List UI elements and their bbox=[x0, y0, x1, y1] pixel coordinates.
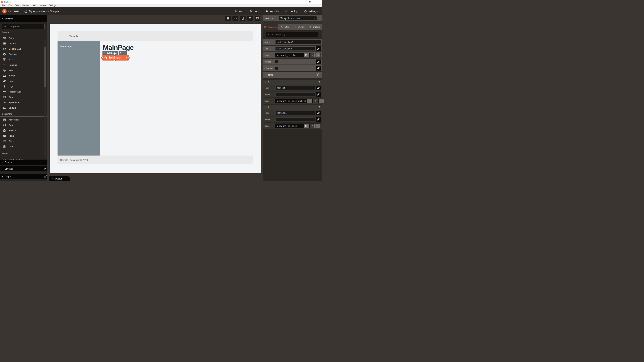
device-tablet-portrait-icon[interactable] bbox=[240, 16, 246, 21]
chevron-down-icon[interactable] bbox=[314, 18, 316, 19]
resize-handle-right[interactable] bbox=[128, 57, 130, 58]
add-layouts-icon[interactable] bbox=[44, 167, 47, 170]
resize-handle-left[interactable] bbox=[101, 57, 103, 58]
toolbox-item-google-map[interactable]: Google Map bbox=[0, 46, 47, 51]
prop-value-input[interactable]: Wallet bbox=[276, 86, 315, 90]
toolbox-item-upload[interactable]: Upload bbox=[0, 105, 47, 110]
toolbox-item-gravatar[interactable]: Gravatar bbox=[0, 51, 47, 57]
bind-property-button[interactable] bbox=[316, 59, 321, 64]
prop-value-input[interactable]: 2 bbox=[276, 117, 315, 121]
sidebar-item-mainpage[interactable]: MainPage bbox=[58, 41, 100, 51]
drag-handle[interactable]: SplitButton bbox=[102, 51, 118, 55]
minimize-button[interactable] bbox=[300, 0, 305, 4]
restore-button[interactable] bbox=[307, 0, 312, 4]
more-options-button[interactable]: ••• bbox=[319, 99, 322, 103]
clear-icon-button[interactable]: × bbox=[310, 124, 314, 128]
move-item-down-icon[interactable] bbox=[314, 81, 316, 83]
bind-property-button[interactable] bbox=[316, 66, 321, 70]
toolbox-item-html[interactable]: 5HTML bbox=[0, 57, 47, 62]
bind-property-button[interactable] bbox=[316, 92, 321, 97]
header-action-deploy[interactable]: deploy bbox=[286, 10, 298, 13]
delete-component-button[interactable] bbox=[118, 51, 123, 55]
move-item-down-icon[interactable] bbox=[314, 106, 316, 108]
header-action-security[interactable]: security bbox=[266, 10, 279, 13]
prop-checkbox[interactable]: ✓ bbox=[276, 60, 278, 63]
panel-layouts[interactable]: ▸Layouts bbox=[0, 166, 47, 171]
pick-icon-button[interactable] bbox=[304, 124, 309, 128]
close-icon[interactable] bbox=[314, 0, 320, 4]
menu-item-edit[interactable]: Edit bbox=[7, 4, 14, 7]
panel-pages[interactable]: ▸Pages bbox=[0, 174, 47, 179]
prop-value-input[interactable]: SplitButton bbox=[276, 47, 315, 51]
toolbox-item-button[interactable]: btnButton bbox=[0, 35, 47, 41]
device-phone-icon[interactable] bbox=[225, 16, 231, 21]
menu-item-build[interactable]: Build bbox=[14, 4, 21, 7]
toolbox-item-heading[interactable]: <H/>Heading bbox=[0, 62, 47, 67]
item-0-header[interactable]: ▾0 bbox=[263, 80, 322, 85]
toolbox-item-splitbutton[interactable]: btnSplitButton bbox=[0, 100, 47, 105]
item-1-header[interactable]: ▾1 bbox=[263, 105, 322, 110]
bind-property-button[interactable] bbox=[316, 111, 321, 115]
toolbox-item-image[interactable]: Image bbox=[0, 73, 47, 78]
toolbox-item-panel[interactable]: Panel bbox=[0, 133, 47, 138]
bind-property-button[interactable] bbox=[316, 46, 321, 51]
header-action-run[interactable]: run bbox=[235, 10, 243, 13]
toolbox-item-progressbar[interactable]: ProgressBar bbox=[0, 89, 47, 94]
toolbox-item-row[interactable]: Row bbox=[0, 94, 47, 100]
toolbox-item-tabs[interactable]: Tabs bbox=[0, 144, 47, 149]
device-laptop-icon[interactable] bbox=[247, 16, 253, 21]
prop-value-input[interactable]: Balance bbox=[276, 111, 315, 115]
tab-outline[interactable]: Outline bbox=[307, 24, 322, 30]
breadcrumb[interactable]: My Applications / Sample bbox=[24, 10, 59, 13]
prop-value-input[interactable]: splitbutton0 bbox=[276, 40, 321, 44]
items-section-header[interactable]: ▾ Items bbox=[263, 72, 322, 78]
pick-icon-button[interactable] bbox=[304, 53, 309, 57]
delete-item-icon[interactable] bbox=[318, 106, 320, 108]
header-action-settings[interactable]: settings bbox=[304, 10, 318, 13]
menu-item-file[interactable]: File bbox=[1, 4, 7, 7]
bind-property-button[interactable] bbox=[316, 86, 321, 90]
toolbox-item-steps[interactable]: Steps bbox=[0, 138, 47, 144]
bind-property-button[interactable] bbox=[316, 117, 321, 122]
expand-component-button[interactable] bbox=[123, 51, 127, 55]
hamburger-icon[interactable] bbox=[61, 35, 64, 37]
toolbox-item-card[interactable]: Card bbox=[0, 122, 47, 128]
splitbutton[interactable]: SplitButton ▼ bbox=[102, 55, 129, 60]
menu-item-deploy[interactable]: Deploy bbox=[21, 4, 30, 7]
splitbutton-main[interactable]: SplitButton bbox=[102, 56, 123, 59]
resize-handle-top[interactable] bbox=[114, 54, 116, 56]
prop-value-input[interactable]: 1 bbox=[276, 92, 315, 96]
add-pages-icon[interactable] bbox=[44, 175, 47, 178]
toolbox-item-accordion[interactable]: Accordion bbox=[0, 117, 47, 122]
menu-item-settings[interactable]: Settings bbox=[47, 4, 58, 7]
resize-handle-bottom[interactable] bbox=[114, 60, 116, 61]
prop-value-input[interactable]: account_balance bbox=[277, 125, 303, 127]
toolbox-item-link[interactable]: Link bbox=[0, 78, 47, 84]
delete-item-icon[interactable] bbox=[318, 81, 320, 83]
find-component-input[interactable] bbox=[2, 24, 44, 29]
move-item-up-icon[interactable] bbox=[310, 106, 312, 108]
tab-properties[interactable]: Properties bbox=[263, 24, 278, 30]
clear-selection-icon[interactable]: × bbox=[311, 17, 312, 19]
toolbox-header[interactable]: ▾ Toolbox bbox=[0, 15, 47, 22]
prop-value-input[interactable]: account_circle bbox=[277, 54, 303, 56]
prop-checkbox[interactable] bbox=[276, 67, 278, 70]
tab-events[interactable]: Events bbox=[292, 24, 307, 30]
toolbox-scrollbar-thumb[interactable] bbox=[44, 46, 46, 87]
prop-value-input[interactable]: account_balance_wallet bbox=[277, 100, 306, 102]
toolbox-item-login[interactable]: Login bbox=[0, 84, 47, 89]
clear-icon-button[interactable]: × bbox=[310, 53, 314, 57]
selection-dropdown[interactable]: btn splitbutton0 × bbox=[279, 16, 317, 20]
clear-icon-button[interactable]: × bbox=[313, 99, 318, 103]
tab-style[interactable]: Style bbox=[278, 24, 292, 30]
output-panel-toggle[interactable]: Output bbox=[49, 176, 70, 181]
find-property-input[interactable] bbox=[266, 32, 318, 37]
toolbox-item-fieldset[interactable]: Fieldset bbox=[0, 128, 47, 133]
more-options-button[interactable]: ••• bbox=[316, 124, 320, 128]
panel-assets[interactable]: ▸Assets bbox=[0, 160, 47, 165]
add-item-icon[interactable] bbox=[317, 73, 320, 76]
menu-item-help[interactable]: Help bbox=[30, 4, 38, 7]
toolbox-item-icon[interactable]: iIcon bbox=[0, 67, 47, 73]
more-options-button[interactable]: ••• bbox=[316, 53, 320, 57]
header-action-data[interactable]: data bbox=[250, 10, 259, 13]
